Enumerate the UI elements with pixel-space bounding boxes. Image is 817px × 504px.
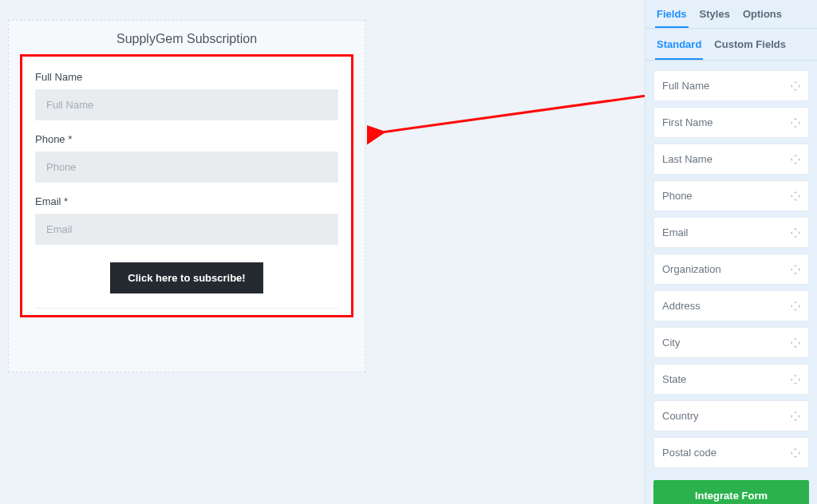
drag-handle-icon bbox=[791, 228, 800, 238]
drag-handle-icon bbox=[791, 448, 800, 458]
palette-item-label: Country bbox=[662, 410, 699, 422]
form-preview: Full Name Phone * Email * Click here to … bbox=[20, 54, 353, 317]
tab-custom-fields[interactable]: Custom Fields bbox=[712, 38, 787, 60]
palette-item-label: State bbox=[662, 373, 686, 385]
phone-input[interactable] bbox=[35, 152, 338, 183]
form-canvas: SupplyGem Subscription Full Name Phone *… bbox=[8, 20, 365, 372]
field-label: Email * bbox=[35, 195, 338, 207]
form-field-email: Email * bbox=[35, 195, 338, 245]
palette-item-phone[interactable]: Phone bbox=[653, 180, 809, 211]
palette-item-label: City bbox=[662, 337, 680, 348]
field-palette: Full Name First Name Last Name Phone Ema… bbox=[645, 61, 817, 480]
palette-item-label: Email bbox=[662, 226, 689, 238]
tab-standard[interactable]: Standard bbox=[655, 38, 703, 60]
field-label: Full Name bbox=[35, 71, 338, 83]
sidebar-actions: Integrate Form Save Form bbox=[645, 480, 817, 504]
palette-item-organization[interactable]: Organization bbox=[653, 254, 809, 285]
integrate-form-button[interactable]: Integrate Form bbox=[653, 480, 809, 504]
drag-handle-icon bbox=[791, 375, 800, 384]
drag-handle-icon bbox=[791, 155, 800, 164]
field-label: Phone * bbox=[35, 133, 338, 145]
tab-fields[interactable]: Fields bbox=[655, 8, 689, 28]
drag-handle-icon bbox=[791, 265, 800, 274]
palette-item-fullname[interactable]: Full Name bbox=[653, 70, 809, 101]
drag-handle-icon bbox=[791, 118, 800, 128]
palette-item-label: Postal code bbox=[662, 447, 716, 459]
form-title: SupplyGem Subscription bbox=[9, 32, 365, 46]
annotation-arrow bbox=[367, 88, 654, 152]
drag-handle-icon bbox=[791, 411, 800, 421]
palette-item-city[interactable]: City bbox=[653, 327, 809, 358]
secondary-tabs: Standard Custom Fields bbox=[645, 29, 817, 61]
form-divider bbox=[35, 308, 338, 309]
palette-item-label: Address bbox=[662, 300, 701, 312]
palette-item-country[interactable]: Country bbox=[653, 400, 809, 431]
palette-item-email[interactable]: Email bbox=[653, 217, 809, 248]
palette-item-address[interactable]: Address bbox=[653, 290, 809, 321]
palette-item-label: Full Name bbox=[662, 80, 709, 92]
svg-line-0 bbox=[381, 96, 646, 132]
sidebar: Fields Styles Options Standard Custom Fi… bbox=[645, 0, 817, 504]
palette-item-label: Organization bbox=[662, 263, 721, 275]
fullname-input[interactable] bbox=[35, 89, 338, 120]
form-field-fullname: Full Name bbox=[35, 71, 338, 120]
palette-item-label: First Name bbox=[662, 116, 713, 128]
palette-item-firstname[interactable]: First Name bbox=[653, 107, 809, 138]
drag-handle-icon bbox=[791, 301, 800, 311]
palette-item-postalcode[interactable]: Postal code bbox=[653, 437, 809, 468]
palette-item-label: Last Name bbox=[662, 153, 712, 165]
subscribe-button[interactable]: Click here to subscribe! bbox=[110, 262, 262, 293]
palette-item-lastname[interactable]: Last Name bbox=[653, 144, 809, 175]
tab-options[interactable]: Options bbox=[741, 8, 783, 28]
drag-handle-icon bbox=[791, 338, 800, 348]
form-field-phone: Phone * bbox=[35, 133, 338, 183]
palette-item-label: Phone bbox=[662, 190, 693, 202]
drag-handle-icon bbox=[791, 81, 800, 91]
primary-tabs: Fields Styles Options bbox=[645, 0, 817, 29]
drag-handle-icon bbox=[791, 191, 800, 201]
email-input[interactable] bbox=[35, 214, 338, 245]
palette-item-state[interactable]: State bbox=[653, 364, 809, 395]
tab-styles[interactable]: Styles bbox=[698, 8, 732, 28]
